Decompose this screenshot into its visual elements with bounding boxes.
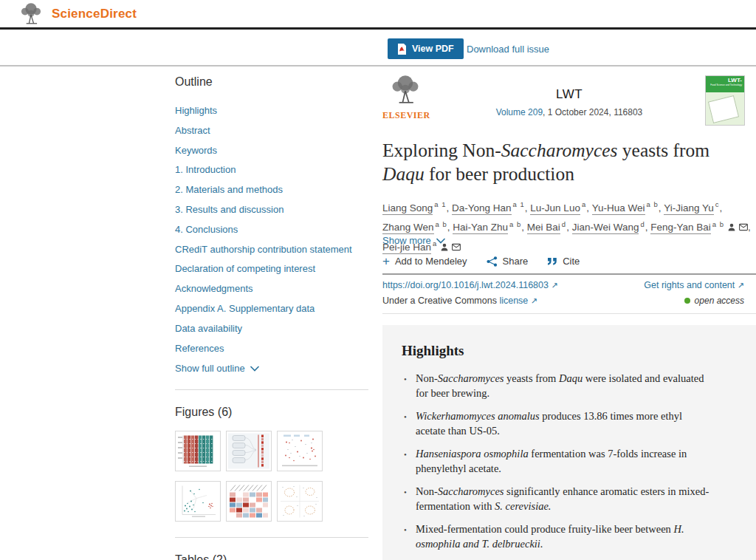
figure-thumbnail-3[interactable] bbox=[277, 431, 323, 471]
quote-icon bbox=[547, 257, 557, 266]
journal-info: LWT Volume 209, 1 October 2024, 116803 bbox=[471, 87, 667, 117]
outline-item-materials-methods[interactable]: 2. Materials and methods bbox=[175, 185, 368, 194]
author[interactable]: Yi-Jiang Yuc, bbox=[664, 202, 722, 214]
journal-cover-thumbnail[interactable]: LWT- Food Science and Technology bbox=[705, 75, 745, 126]
outline-item-appendix[interactable]: Appendix A. Supplementary data bbox=[175, 304, 368, 313]
divider bbox=[382, 313, 756, 314]
author[interactable]: Lu-Jun Luoa, bbox=[530, 202, 591, 214]
action-row: + Add to Mendeley Share bbox=[382, 256, 580, 267]
highlight-item: Non-Saccharomyces yeasts from Daqu were … bbox=[416, 372, 712, 400]
chevron-down-icon bbox=[436, 238, 445, 244]
journal-cover-band: LWT- Food Science and Technology bbox=[706, 76, 744, 92]
author-affiliation-sup: a b bbox=[647, 200, 659, 208]
show-more-button[interactable]: Show more bbox=[382, 235, 445, 246]
doi-row: https://doi.org/10.1016/j.lwt.2024.11680… bbox=[382, 280, 756, 290]
outline-item-data-availability[interactable]: Data availability bbox=[175, 324, 368, 333]
show-full-outline-button[interactable]: Show full outline bbox=[175, 363, 368, 374]
outline-item-keywords[interactable]: Keywords bbox=[175, 146, 368, 155]
highlights-list: Non-Saccharomyces yeasts from Daqu were … bbox=[402, 372, 756, 551]
view-pdf-button[interactable]: View PDF bbox=[388, 38, 464, 59]
share-icon bbox=[487, 256, 498, 267]
author-name[interactable]: Liang Song bbox=[382, 202, 433, 215]
outline-item-highlights[interactable]: Highlights bbox=[175, 106, 368, 115]
tables-heading: Tables (2) bbox=[175, 553, 368, 560]
outline-sidebar: Outline Highlights Abstract Keywords 1. … bbox=[175, 75, 368, 560]
author-name[interactable]: Jian-Wei Wang bbox=[572, 222, 639, 234]
outline-item-references[interactable]: References bbox=[175, 344, 368, 353]
outline-item-introduction[interactable]: 1. Introduction bbox=[175, 165, 368, 174]
figure-thumbnail-5[interactable] bbox=[226, 481, 272, 522]
author-name[interactable]: Mei Bai bbox=[527, 222, 560, 234]
figure-thumbnail-1[interactable] bbox=[175, 431, 221, 471]
pdf-icon bbox=[397, 44, 407, 55]
outline-item-acknowledgments[interactable]: Acknowledgments bbox=[175, 284, 368, 293]
author-separator: , bbox=[720, 202, 723, 214]
author[interactable]: Liang Songa 1, bbox=[382, 202, 452, 214]
show-full-outline-label: Show full outline bbox=[175, 363, 245, 374]
outline-item-competing-interest[interactable]: Declaration of competing interest bbox=[175, 264, 368, 273]
open-access-badge: open access bbox=[684, 296, 744, 306]
external-link-arrow-icon: ↗ bbox=[551, 281, 557, 290]
doi-link[interactable]: https://doi.org/10.1016/j.lwt.2024.11680… bbox=[382, 280, 558, 290]
author-name[interactable]: Da-Yong Han bbox=[452, 202, 512, 215]
chevron-down-icon bbox=[250, 366, 259, 372]
download-full-issue-link[interactable]: Download full issue bbox=[467, 44, 549, 55]
author-separator: , bbox=[566, 222, 572, 233]
cite-button[interactable]: Cite bbox=[547, 256, 580, 267]
author-name[interactable]: Feng-Yan Bai bbox=[650, 222, 711, 234]
share-button[interactable]: Share bbox=[487, 256, 529, 267]
figure-thumbnail-2[interactable] bbox=[226, 431, 272, 471]
get-rights-link[interactable]: Get rights and content ↗ bbox=[644, 280, 744, 290]
show-more-label: Show more bbox=[382, 235, 431, 246]
author-affiliation-sup: a b bbox=[712, 220, 724, 228]
journal-cover-title: LWT- bbox=[706, 78, 742, 83]
journal-cover-body bbox=[706, 92, 744, 125]
author-separator: , bbox=[447, 202, 453, 214]
author[interactable]: Yu-Hua Weia b, bbox=[592, 202, 664, 214]
author-name[interactable]: Yi-Jiang Yu bbox=[664, 202, 714, 215]
author[interactable]: Da-Yong Hana 1, bbox=[452, 202, 530, 214]
person-icon bbox=[727, 223, 736, 231]
article-title: Exploring Non-Saccharomyces yeasts from … bbox=[382, 139, 735, 186]
outline-item-abstract[interactable]: Abstract bbox=[175, 126, 368, 135]
highlight-item: Non-Saccharomyces significantly enhance … bbox=[416, 485, 712, 513]
highlight-item: Mixed-fermentation could produce fruity-… bbox=[416, 522, 712, 551]
figures-heading: Figures (6) bbox=[175, 406, 368, 419]
journal-title-link[interactable]: LWT bbox=[471, 87, 667, 102]
add-to-mendeley-button[interactable]: + Add to Mendeley bbox=[382, 256, 467, 267]
highlight-item: Hanseniaspora osmophila fermentation was… bbox=[416, 447, 712, 476]
author[interactable]: Hai-Yan Zhua b, bbox=[453, 222, 527, 233]
volume-link[interactable]: Volume 209 bbox=[496, 107, 543, 117]
outline-item-results-discussion[interactable]: 3. Results and discussion bbox=[175, 205, 368, 214]
sidebar-divider-2 bbox=[175, 537, 368, 538]
author-name[interactable]: Zhang Wen bbox=[382, 222, 434, 234]
highlights-section: Highlights Non-Saccharomyces yeasts from… bbox=[382, 325, 756, 560]
elsevier-tree-icon bbox=[388, 74, 423, 106]
external-link-arrow-icon: ↗ bbox=[531, 296, 537, 305]
license-link[interactable]: license ↗ bbox=[499, 296, 537, 306]
sciencedirect-logo[interactable]: ScienceDirect bbox=[52, 7, 137, 21]
journal-cover-graphic bbox=[708, 95, 739, 123]
elsevier-logo[interactable]: ELSEVIER bbox=[382, 74, 428, 121]
author[interactable]: Mei Baid, bbox=[527, 222, 572, 233]
outline-item-credit-statement[interactable]: CRediT authorship contribution statement bbox=[175, 245, 368, 254]
top-header: ScienceDirect bbox=[0, 0, 756, 30]
author-name[interactable]: Lu-Jun Luo bbox=[530, 202, 580, 215]
author[interactable]: Feng-Yan Baia b, bbox=[650, 222, 751, 233]
author[interactable]: Zhang Wena b, bbox=[382, 222, 453, 233]
cite-label: Cite bbox=[563, 256, 580, 267]
figure-thumbnail-6[interactable] bbox=[277, 481, 323, 522]
journal-cover-subtitle: Food Science and Technology bbox=[706, 83, 742, 86]
outline-title: Outline bbox=[175, 75, 368, 89]
author-name[interactable]: Hai-Yan Zhu bbox=[453, 222, 508, 234]
author-name[interactable]: Yu-Hua Wei bbox=[592, 202, 645, 215]
highlight-item: Wickerhamomyces anomalus produces 13.86 … bbox=[416, 409, 712, 438]
author-affiliation-sup: a b bbox=[509, 220, 521, 228]
journal-banner: ELSEVIER LWT Volume 209, 1 October 2024,… bbox=[382, 74, 756, 126]
author[interactable]: Jian-Wei Wangd, bbox=[572, 222, 651, 233]
author-separator: , bbox=[748, 222, 751, 233]
figure-thumbnail-4[interactable] bbox=[175, 481, 221, 522]
elsevier-wordmark: ELSEVIER bbox=[382, 110, 428, 121]
author-separator: , bbox=[586, 202, 592, 214]
outline-item-conclusions[interactable]: 4. Conclusions bbox=[175, 225, 368, 234]
